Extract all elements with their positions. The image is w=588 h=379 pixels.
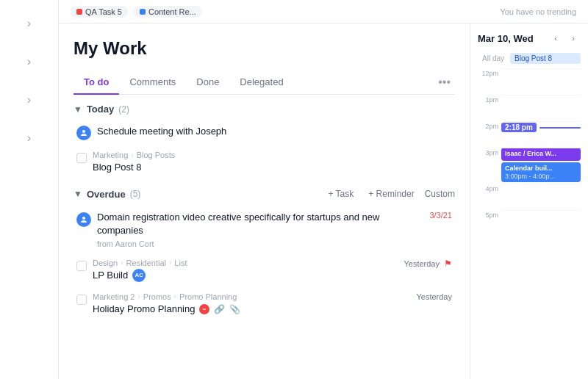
time-label-12pm: 12pm (478, 68, 498, 77)
task-date-lp: Yesterday (404, 259, 440, 268)
tabs-bar: To do Comments Done Delegated ••• (74, 71, 455, 95)
task-date-holiday: Yesterday (416, 292, 452, 301)
lp-avatar: AC (132, 269, 146, 282)
task-title-holiday: Holiday Promo Planning (93, 303, 195, 316)
breadcrumb-sep-1: › (131, 151, 133, 159)
cal-nav-prev[interactable]: ‹ (548, 31, 563, 46)
today-count: (2) (118, 104, 129, 115)
sidebar: › › › › (0, 0, 59, 379)
task-breadcrumb-holiday: Marketing 2 › Promos › Promo Planning (93, 292, 410, 301)
cal-event-calendar-time: 3:00pm - 4:00p... (505, 173, 577, 180)
overdue-actions: + Task + Reminder Custom (323, 187, 455, 201)
tab-delegated[interactable]: Delegated (229, 71, 293, 95)
content-split: My Work To do Comments Done Delegated ••… (59, 24, 588, 379)
tabs-more-menu[interactable]: ••• (434, 73, 455, 92)
add-reminder-btn[interactable]: + Reminder (364, 187, 418, 201)
tab-todo[interactable]: To do (74, 71, 119, 95)
time-line-4pm (501, 184, 581, 184)
all-day-label: All day (478, 54, 504, 62)
sidebar-collapse-3[interactable]: › (19, 90, 40, 110)
top-strip: QA Task 5 Content Re... You have no tren… (59, 0, 588, 24)
add-task-btn[interactable]: + Task (323, 187, 358, 201)
time-content-4pm (501, 184, 581, 210)
task-checkbox-lp[interactable] (76, 261, 87, 271)
time-line-2pm (501, 121, 581, 122)
paperclip-icon: 📎 (229, 304, 240, 314)
breadcrumb-design: Design (93, 259, 118, 267)
current-time-indicator: 2:18 pm (501, 123, 581, 132)
task-lp-build[interactable]: Design › Residential › List LP Build AC … (74, 254, 455, 286)
time-label-1pm: 1pm (478, 95, 498, 104)
overdue-count: (5) (130, 189, 141, 199)
tab-comments[interactable]: Comments (119, 71, 186, 95)
task-checkbox-holiday[interactable] (76, 295, 87, 305)
task-schedule-meeting[interactable]: Schedule meeting with Joseph (74, 120, 455, 145)
time-label-2pm: 2pm (478, 121, 498, 130)
calendar-panel: Mar 10, Wed ‹ › All day Blog Post 8 12pm (470, 24, 588, 379)
task-title-meeting: Schedule meeting with Joseph (97, 125, 452, 138)
chip-qa-label: QA Task 5 (85, 7, 122, 16)
sidebar-collapse-2[interactable]: › (19, 51, 40, 72)
calendar-nav: ‹ › (548, 31, 581, 46)
breadcrumb-list: List (174, 259, 187, 267)
main-content: QA Task 5 Content Re... You have no tren… (59, 0, 588, 379)
chip-content[interactable]: Content Re... (134, 6, 202, 18)
task-date-domain: 3/3/21 (429, 211, 452, 220)
time-row-2pm: 2pm 2:18 pm (478, 121, 581, 148)
time-content-12pm (501, 68, 581, 95)
all-day-event[interactable]: Blog Post 8 (510, 53, 581, 64)
breadcrumb-sep-3: › (169, 259, 171, 267)
breadcrumb-blogposts: Blog Posts (137, 151, 176, 159)
person-icon-2 (80, 216, 87, 223)
time-label-3pm: 3pm (478, 148, 498, 156)
tab-done[interactable]: Done (186, 71, 229, 95)
chain-icon: 🔗 (214, 304, 225, 314)
cal-event-calendar-title: Calendar buil... (505, 165, 577, 173)
task-icon-domain (76, 212, 91, 227)
time-label-5pm: 5pm (478, 210, 498, 219)
cal-event-isaac[interactable]: Isaac / Erica W... (501, 148, 581, 161)
overdue-label: Overdue (87, 189, 126, 200)
overdue-toggle[interactable]: ▼ (74, 189, 82, 199)
time-row-5pm: 5pm (478, 210, 581, 237)
task-blog-post-8[interactable]: Marketing › Blog Posts Blog Post 8 (74, 146, 455, 178)
breadcrumb-sep-2: › (121, 259, 123, 267)
time-line-3pm (501, 148, 581, 148)
chip-qa-task[interactable]: QA Task 5 (71, 6, 128, 18)
task-meta-domain: from Aaron Cort (97, 239, 423, 248)
task-breadcrumb-blog: Marketing › Blog Posts (93, 151, 452, 159)
task-checkbox-blog[interactable] (76, 153, 87, 163)
flag-icon-lp: ⚑ (444, 259, 452, 269)
breadcrumb-marketing2: Marketing 2 (93, 292, 135, 301)
sidebar-collapse-4[interactable]: › (19, 128, 40, 148)
task-right-domain: 3/3/21 (429, 211, 452, 220)
overdue-section-header: ▼ Overdue (5) + Task + Reminder Custom (74, 187, 455, 201)
today-label: Today (87, 104, 114, 115)
all-day-row: All day Blog Post 8 (478, 53, 581, 64)
cal-nav-next[interactable]: › (566, 31, 581, 46)
svg-point-1 (82, 217, 85, 220)
time-row-12pm: 12pm (478, 68, 581, 95)
time-label-4pm: 4pm (478, 184, 498, 192)
sidebar-collapse-1[interactable]: › (19, 13, 40, 34)
breadcrumb-marketing: Marketing (93, 151, 128, 159)
task-content-meeting: Schedule meeting with Joseph (97, 125, 452, 138)
breadcrumb-residential: Residential (126, 259, 166, 267)
task-title-blog: Blog Post 8 (93, 161, 452, 174)
task-breadcrumb-lp: Design › Residential › List (93, 259, 398, 267)
time-content-5pm (501, 210, 581, 237)
task-holiday-promo[interactable]: Marketing 2 › Promos › Promo Planning Ho… (74, 288, 455, 320)
today-toggle[interactable]: ▼ (74, 104, 82, 115)
time-content-1pm (501, 95, 581, 121)
breadcrumb-promos: Promos (143, 292, 171, 301)
task-domain-reg[interactable]: Domain registration video creative speci… (74, 206, 455, 252)
calendar-header: Mar 10, Wed ‹ › (478, 31, 581, 46)
task-content-lp: Design › Residential › List LP Build AC (93, 259, 398, 282)
today-section-header: ▼ Today (2) (74, 104, 455, 115)
svg-point-0 (82, 130, 85, 133)
person-icon (80, 129, 87, 137)
cal-event-calendar[interactable]: Calendar buil... 3:00pm - 4:00p... (501, 162, 581, 183)
time-row-4pm: 4pm (478, 184, 581, 210)
task-title-lp: LP Build (93, 269, 128, 282)
task-content-blog: Marketing › Blog Posts Blog Post 8 (93, 151, 452, 174)
